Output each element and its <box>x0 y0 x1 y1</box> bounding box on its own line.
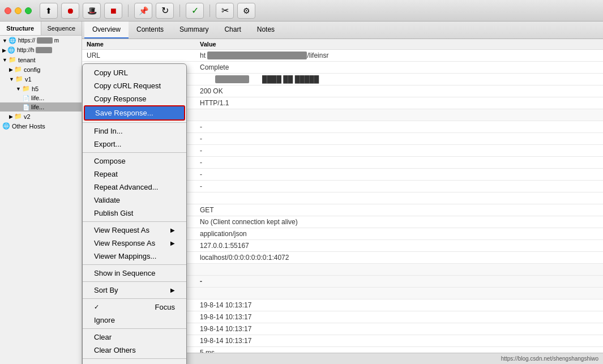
tab-notes[interactable]: Notes <box>249 22 283 38</box>
tree-item-label: life... <box>31 104 44 110</box>
submenu-arrow-icon: ▶ <box>170 227 175 233</box>
field-value: 200 OK <box>195 85 603 97</box>
tree-item-config[interactable]: ▶ 📁 config <box>0 65 82 74</box>
tools-button[interactable]: ✂ <box>216 3 234 19</box>
field-value: GET <box>195 204 603 216</box>
tab-chart[interactable]: Chart <box>216 22 249 38</box>
ctx-focus[interactable]: Focus <box>83 301 186 314</box>
tab-summary[interactable]: Summary <box>172 22 216 38</box>
ctx-separator <box>83 281 186 282</box>
field-value: 5 ms <box>195 347 603 353</box>
tab-sequence[interactable]: Sequence <box>41 22 82 35</box>
ctx-copy-url[interactable]: Copy URL <box>83 66 186 79</box>
sidebar-tabs: Structure Sequence <box>0 22 82 36</box>
ctx-separator <box>83 221 186 222</box>
tree-item-life1[interactable]: 📄 life... <box>0 93 82 102</box>
tree-item-v1[interactable]: ▼ 📁 v1 <box>0 74 82 84</box>
ctx-find[interactable]: Find In... <box>83 125 186 138</box>
tree-item-label: v2 <box>24 113 31 120</box>
titlebar: ⬆ ⏺ 🎩 ⏹ 📌 ↻ ✓ ✂ ⚙ <box>0 0 603 22</box>
tab-structure[interactable]: Structure <box>0 22 41 35</box>
name-col-header: Name <box>87 41 200 48</box>
field-value: 19-8-14 10:13:17 <box>195 299 603 311</box>
ctx-breakpoints[interactable]: Breakpoints <box>83 361 186 364</box>
table-header: Name Value <box>82 39 603 50</box>
tree-item-label: https:// ████ m <box>18 37 59 44</box>
field-value: 19-8-14 10:13:17 <box>195 323 603 335</box>
tree-item-other-hosts[interactable]: 🌐 Other Hosts <box>0 121 82 131</box>
separator <box>209 5 210 17</box>
field-value: - <box>195 181 603 192</box>
hat-button[interactable]: 🎩 <box>83 3 101 19</box>
main-layout: Structure Sequence ▼ 🌐 https:// ████ m ▶… <box>0 22 603 364</box>
tree-item-label: config <box>24 66 40 73</box>
field-value: - <box>195 133 603 145</box>
sidebar: Structure Sequence ▼ 🌐 https:// ████ m ▶… <box>0 22 82 364</box>
ctx-clear[interactable]: Clear <box>83 331 186 344</box>
field-value: - <box>195 121 603 133</box>
ctx-copy-curl[interactable]: Copy cURL Request <box>83 79 186 92</box>
ctx-separator <box>83 152 186 153</box>
ctx-show-in-sequence[interactable]: Show in Sequence <box>83 267 186 280</box>
refresh-button[interactable]: ↻ <box>156 3 174 19</box>
tab-contents[interactable]: Contents <box>129 22 172 38</box>
ctx-publish-gist[interactable]: Publish Gist <box>83 207 186 220</box>
tree-item-tenant[interactable]: ▼ 📁 tenant <box>0 55 82 65</box>
separator <box>179 5 180 17</box>
tree-item-life2[interactable]: 📄 life... <box>0 102 82 112</box>
status-url: https://blog.csdn.net/shengshangshiwo <box>501 356 598 362</box>
tree-item-label: v1 <box>25 76 32 83</box>
ctx-repeat[interactable]: Repeat <box>83 168 186 181</box>
tree-item-label: Other Hosts <box>12 123 45 130</box>
field-value: HTTP/1.1 <box>195 97 603 109</box>
minimize-button[interactable] <box>15 7 22 14</box>
tab-overview[interactable]: Overview <box>84 22 129 38</box>
ctx-save-response[interactable]: Save Response... <box>84 105 185 121</box>
ctx-separator <box>83 264 186 265</box>
separator <box>128 5 129 17</box>
ctx-viewer-mappings[interactable]: Viewer Mappings... <box>83 250 186 263</box>
tree-item-v2[interactable]: ▶ 📁 v2 <box>0 112 82 121</box>
ctx-compose[interactable]: Compose <box>83 155 186 168</box>
ctx-repeat-advanced[interactable]: Repeat Advanced... <box>83 181 186 194</box>
field-value: - <box>195 169 603 181</box>
field-value: 19-8-14 10:13:17 <box>195 311 603 323</box>
field-value: application/json <box>195 228 603 240</box>
ctx-clear-others[interactable]: Clear Others <box>83 344 186 357</box>
ctx-separator <box>83 358 186 359</box>
maximize-button[interactable] <box>25 7 32 14</box>
ctx-validate[interactable]: Validate <box>83 194 186 207</box>
table-row: URL ht ████████████████/lifeinsr <box>82 50 603 62</box>
tree-item-label: life... <box>31 95 44 101</box>
ctx-copy-response[interactable]: Copy Response <box>83 92 186 105</box>
ctx-view-request-as[interactable]: View Request As ▶ <box>83 224 186 237</box>
submenu-arrow-icon: ▶ <box>170 287 175 293</box>
field-value: No (Client connection kept alive) <box>195 216 603 228</box>
tree-item-label: h5 <box>32 85 39 92</box>
tree-item-http[interactable]: ▶ 🌐 http://h ████ <box>0 45 82 55</box>
pin-button[interactable]: 📌 <box>134 3 152 19</box>
ctx-export[interactable]: Export... <box>83 138 186 151</box>
tree-item-h5[interactable]: ▼ 📁 h5 <box>0 84 82 93</box>
field-value: 127.0.0.1:55167 <box>195 240 603 252</box>
ctx-separator <box>83 122 186 123</box>
ctx-separator <box>83 328 186 329</box>
ctx-sort-by[interactable]: Sort By ▶ <box>83 284 186 297</box>
tree-item-label: http://h ████ <box>17 47 52 53</box>
tree-item-https[interactable]: ▼ 🌐 https:// ████ m <box>0 36 82 45</box>
field-value: ht ████████████████/lifeinsr <box>195 50 603 62</box>
traffic-lights <box>5 7 32 14</box>
stop-button[interactable]: ⏹ <box>104 3 122 19</box>
ctx-view-response-as[interactable]: View Response As ▶ <box>83 237 186 250</box>
pointer-button[interactable]: ⬆ <box>40 3 58 19</box>
field-value <box>195 192 603 204</box>
check-button[interactable]: ✓ <box>186 3 204 19</box>
ctx-ignore[interactable]: Ignore <box>83 314 186 327</box>
submenu-arrow-icon: ▶ <box>170 240 175 246</box>
tree-item-label: tenant <box>18 57 36 63</box>
close-button[interactable] <box>5 7 11 14</box>
field-value: Complete <box>195 62 603 74</box>
record-button[interactable]: ⏺ <box>61 3 79 19</box>
gear-button[interactable]: ⚙ <box>237 3 255 19</box>
field-value: 19-8-14 10:13:17 <box>195 335 603 347</box>
